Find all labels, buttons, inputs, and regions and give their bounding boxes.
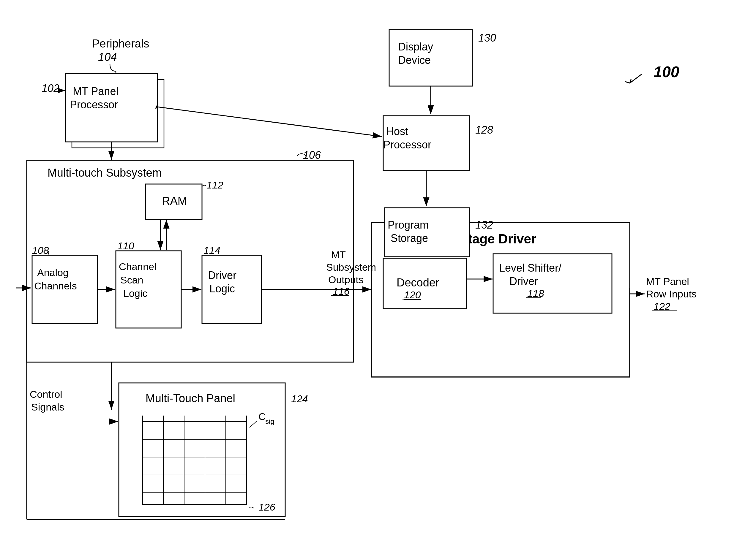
mt-subsystem-outputs-label: MT <box>331 249 346 260</box>
svg-text:Device: Device <box>398 54 431 66</box>
program-storage-label: Program <box>388 219 429 231</box>
svg-text:Driver: Driver <box>509 275 538 287</box>
svg-text:Row Inputs: Row Inputs <box>646 288 697 300</box>
channel-scan-logic-label: Channel <box>119 261 156 272</box>
ref-112: 112 <box>206 179 223 190</box>
svg-text:sig: sig <box>265 417 274 425</box>
ref-116: 116 <box>333 286 350 297</box>
ref-132: 132 <box>475 219 493 231</box>
mt-panel-processor-label: MT Panel <box>73 85 118 97</box>
ref-128: 128 <box>475 124 493 136</box>
svg-text:Signals: Signals <box>31 401 64 413</box>
ref-118: 118 <box>527 288 544 299</box>
csig-label: C <box>259 411 266 422</box>
svg-text:Processor: Processor <box>70 98 118 111</box>
diagram-container: 100 Peripherals 104 MT Panel Processor 1… <box>0 0 756 553</box>
ref-114: 114 <box>203 245 220 256</box>
multitouch-subsystem-label: Multi-touch Subsystem <box>48 166 161 179</box>
svg-text:Scan: Scan <box>120 274 143 286</box>
mt-panel-row-inputs-label: MT Panel <box>646 276 689 287</box>
analog-channels-label: Analog <box>37 267 69 278</box>
ram-label: RAM <box>162 195 187 207</box>
svg-text:Processor: Processor <box>383 139 431 151</box>
peripherals-label: Peripherals <box>92 37 149 50</box>
ref-108: 108 <box>32 245 49 256</box>
ref-110: 110 <box>117 240 134 251</box>
level-shifter-label: Level Shifter/ <box>499 262 561 274</box>
ref-120: 120 <box>404 289 421 300</box>
svg-text:Storage: Storage <box>391 232 428 244</box>
display-device-label: Display <box>398 41 433 53</box>
ref-102: 102 <box>42 82 59 94</box>
svg-text:Outputs: Outputs <box>328 274 363 285</box>
ref-106: 106 <box>303 149 321 161</box>
ref-100: 100 <box>654 63 679 80</box>
ref-124: 124 <box>291 393 308 404</box>
svg-text:Channels: Channels <box>34 280 77 292</box>
svg-text:Logic: Logic <box>209 283 235 295</box>
driver-logic-label: Driver <box>208 269 236 282</box>
decoder-label: Decoder <box>397 276 439 289</box>
ref-126: 126 <box>259 501 275 512</box>
host-processor-label: Host <box>386 125 408 138</box>
system-diagram: 100 Peripherals 104 MT Panel Processor 1… <box>0 0 756 553</box>
svg-text:Subsystem: Subsystem <box>326 261 376 273</box>
svg-text:Logic: Logic <box>123 288 147 299</box>
control-signals-label: Control <box>30 389 62 400</box>
multitouch-panel-label: Multi-Touch Panel <box>146 392 235 405</box>
ref-130: 130 <box>478 32 496 44</box>
ref-122: 122 <box>654 301 671 312</box>
peripherals-ref: 104 <box>98 51 117 63</box>
